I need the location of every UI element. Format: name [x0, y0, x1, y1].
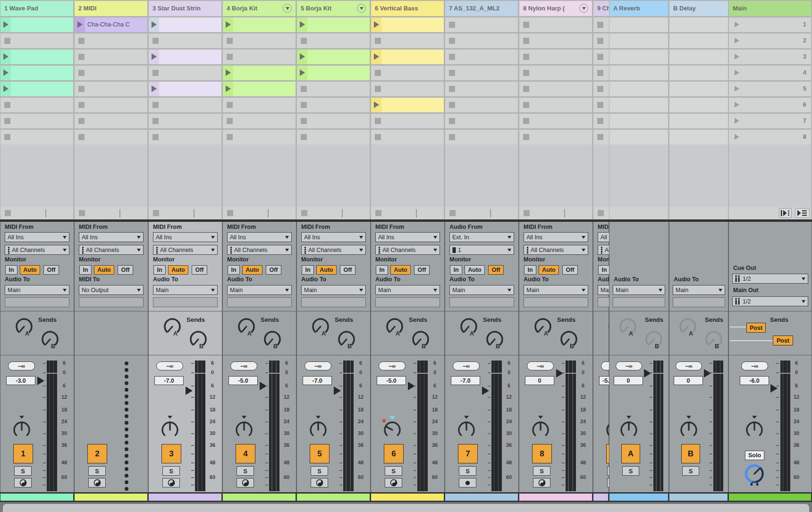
clip-launch-zone[interactable] [149, 50, 159, 64]
input-type-select[interactable]: All Ins [301, 232, 366, 242]
back-to-arrangement-button[interactable] [779, 208, 792, 218]
clip-slot[interactable] [371, 17, 444, 32]
clip-slot[interactable] [371, 98, 444, 112]
clip-body[interactable] [11, 50, 73, 64]
stop-clips-button[interactable] [79, 210, 85, 216]
clip-stop-slot[interactable] [75, 130, 147, 144]
clip-body[interactable] [233, 66, 296, 80]
solo-button[interactable]: S [88, 466, 106, 476]
main-out-select[interactable]: 1/2 [732, 296, 808, 306]
send-b-knob[interactable]: B [558, 329, 580, 352]
track-header[interactable]: 9 Ch [593, 1, 609, 16]
volume-value[interactable]: 0 [674, 376, 703, 385]
clip-stop-slot[interactable] [445, 82, 518, 96]
scene-slot[interactable]: 2 [729, 34, 811, 48]
clip-stop-slot[interactable] [445, 130, 518, 144]
send-b-knob[interactable]: B [643, 329, 665, 352]
input-type-select[interactable]: Ext. In [449, 232, 514, 242]
input-type-select[interactable]: All Ins [524, 232, 588, 242]
clip-launch-zone[interactable] [0, 82, 11, 96]
arm-button[interactable] [385, 478, 402, 487]
clip-body[interactable] [307, 17, 370, 32]
output-type-select[interactable]: No Output [79, 285, 144, 295]
monitor-auto-button[interactable]: Auto [168, 265, 188, 275]
volume-value[interactable]: -7.0 [451, 376, 480, 385]
volume-value[interactable]: -5.0 [377, 376, 406, 385]
pan-knob[interactable] [604, 414, 609, 439]
scene-slot[interactable]: 3 [729, 50, 811, 64]
send-b-knob[interactable]: B [410, 329, 431, 352]
solo-button[interactable]: S [311, 466, 328, 476]
clip-stop-row[interactable] [371, 207, 444, 219]
peak-level-display[interactable]: −∞ [156, 361, 183, 370]
send-a-knob[interactable]: A [384, 317, 406, 339]
pan-knob[interactable] [307, 414, 329, 439]
clip-stop-slot[interactable] [0, 114, 73, 128]
clip-stop-row[interactable] [519, 207, 592, 219]
clip-stop-slot[interactable] [223, 130, 296, 144]
clip-stop-slot[interactable] [593, 50, 609, 64]
monitor-off-button[interactable]: Off [414, 265, 430, 275]
output-type-select[interactable]: Main [673, 285, 725, 295]
monitor-off-button[interactable]: Off [118, 265, 133, 275]
send-b-knob[interactable]: B [336, 329, 357, 352]
clip-stop-slot[interactable] [297, 34, 370, 48]
pan-knob[interactable] [456, 414, 477, 439]
monitor-off-button[interactable]: Off [562, 265, 578, 275]
send-a-knob[interactable]: A [161, 317, 183, 339]
clip-body[interactable] [159, 82, 221, 96]
clip-stop-row[interactable] [75, 207, 147, 219]
send-a-knob[interactable]: A [458, 317, 480, 339]
clip-stop-slot[interactable] [519, 130, 592, 144]
solo-button[interactable]: S [459, 466, 476, 476]
input-type-select[interactable]: All Ins [375, 232, 440, 242]
monitor-in-button[interactable]: In [302, 265, 314, 275]
clip-stop-slot[interactable] [371, 82, 444, 96]
input-channel-select[interactable]: All Channels [227, 245, 292, 255]
clip-stop-slot[interactable] [371, 130, 444, 144]
clip-stop-row[interactable] [729, 207, 811, 219]
cue-out-select[interactable]: 1/2 [732, 274, 808, 284]
track-number-button[interactable]: 4 [236, 444, 255, 463]
peak-level-display[interactable]: −∞ [676, 361, 702, 370]
stop-clips-button[interactable] [449, 210, 456, 216]
track-number-button[interactable]: 1 [13, 444, 33, 463]
monitor-auto-button[interactable]: Auto [242, 265, 262, 275]
monitor-auto-button[interactable]: Auto [94, 265, 114, 275]
send-a-knob[interactable]: A [310, 317, 331, 339]
track-number-button[interactable]: 5 [310, 444, 330, 463]
volume-value[interactable]: -3.0 [6, 376, 35, 385]
input-channel-select[interactable]: All Channels [79, 245, 144, 255]
clip-launch-zone[interactable] [149, 82, 159, 96]
clip-stop-slot[interactable] [223, 114, 296, 128]
pan-knob[interactable] [618, 414, 640, 439]
peak-level-display[interactable]: −∞ [616, 361, 642, 370]
clip-stop-row[interactable] [223, 207, 296, 219]
pan-knob[interactable] [381, 414, 403, 439]
clip-stop-slot[interactable] [149, 34, 221, 48]
input-type-select[interactable]: All Ins [153, 232, 218, 242]
peak-level-display[interactable]: −∞ [304, 361, 331, 370]
monitor-in-button[interactable]: In [228, 265, 240, 275]
output-type-select[interactable]: Main [449, 285, 514, 295]
solo-button[interactable]: S [162, 466, 180, 476]
clip-launch-zone[interactable] [297, 17, 307, 32]
clip-stop-slot[interactable] [297, 130, 370, 144]
clip-stop-slot[interactable] [519, 17, 592, 32]
monitor-in-button[interactable]: In [450, 265, 462, 275]
clip-stop-slot[interactable] [297, 114, 370, 128]
arm-button[interactable] [88, 478, 106, 487]
volume-fader-handle[interactable] [186, 386, 193, 395]
clip-body[interactable] [381, 50, 444, 64]
clip-stop-slot[interactable] [519, 82, 592, 96]
track-header[interactable]: 1 Wave Pad [0, 1, 73, 16]
track-number-button[interactable]: 3 [161, 444, 181, 463]
volume-value[interactable]: -5.0 [228, 376, 258, 385]
clip-stop-slot[interactable] [519, 66, 592, 80]
clip-stop-slot[interactable] [593, 17, 609, 32]
clip-stop-slot[interactable] [371, 34, 444, 48]
clip-launch-zone[interactable] [223, 82, 233, 96]
clip-stop-slot[interactable] [519, 34, 592, 48]
clip-body[interactable] [307, 66, 370, 80]
volume-fader-handle[interactable] [482, 386, 489, 395]
